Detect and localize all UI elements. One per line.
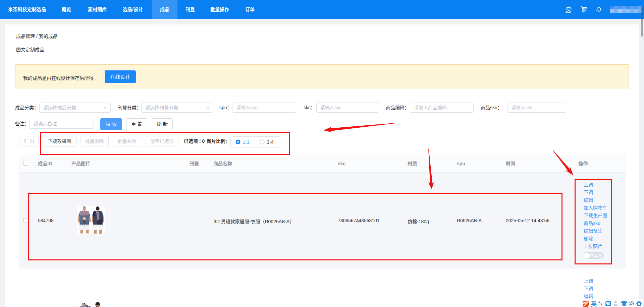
svg-text:英: 英	[591, 301, 597, 307]
